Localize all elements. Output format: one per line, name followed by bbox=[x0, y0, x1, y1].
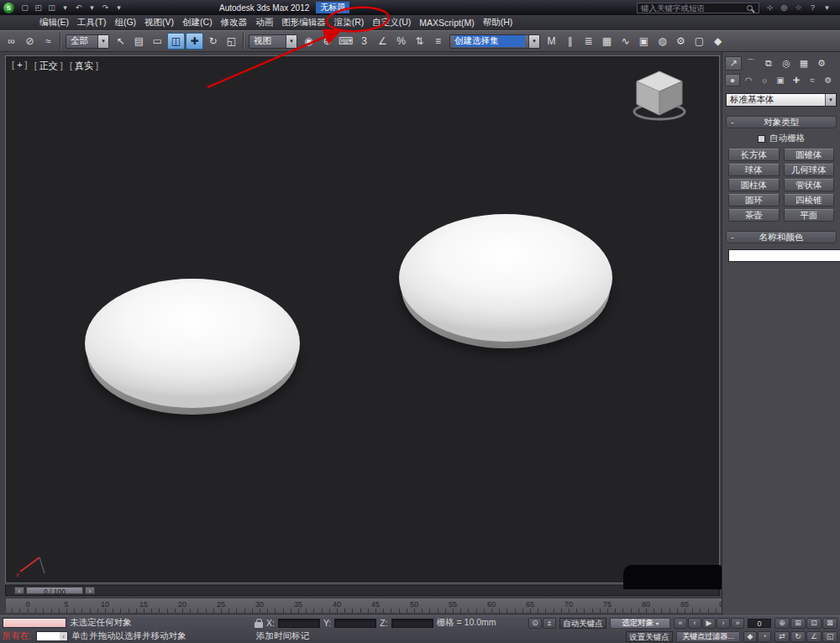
schematic-view-icon[interactable]: ▣ bbox=[635, 33, 653, 50]
menu-item-maxscript[interactable]: MAXScript(M) bbox=[415, 17, 478, 29]
sphere-object-left[interactable] bbox=[85, 279, 300, 408]
search-icon[interactable] bbox=[747, 5, 753, 11]
snap-toggle-3d-icon[interactable]: 3 bbox=[355, 33, 373, 50]
rollout-name-color[interactable]: - 名称和颜色 bbox=[726, 231, 837, 243]
select-and-scale-icon[interactable]: ◱ bbox=[223, 33, 240, 50]
menu-item-create[interactable]: 创建(C) bbox=[178, 16, 217, 29]
go-to-start-icon[interactable]: « bbox=[674, 618, 687, 629]
menu-item-group[interactable]: 组(G) bbox=[110, 16, 140, 29]
previous-frame-icon[interactable]: ‹ bbox=[688, 618, 701, 629]
viewport-menu-general[interactable]: + bbox=[12, 60, 28, 72]
zoom-icon[interactable]: ⊕ bbox=[774, 618, 790, 629]
category-helpers-icon[interactable]: ✚ bbox=[789, 74, 804, 86]
redo-menu-caret-icon[interactable]: ▾ bbox=[113, 2, 125, 13]
next-frame-icon[interactable]: › bbox=[717, 618, 730, 629]
tab-utilities-icon[interactable]: ⚙ bbox=[813, 56, 830, 71]
zoom-region-icon[interactable]: ⊠ bbox=[822, 618, 837, 629]
select-object-icon[interactable]: ↖ bbox=[112, 33, 129, 50]
time-configuration-icon[interactable]: ◔ bbox=[758, 631, 771, 642]
objtype-plane-button[interactable]: 平面 bbox=[784, 209, 835, 222]
autogrid-checkbox[interactable] bbox=[758, 135, 765, 143]
rendered-frame-icon[interactable]: ▢ bbox=[690, 33, 708, 50]
window-crossing-icon[interactable]: ◫ bbox=[167, 33, 185, 50]
communication-center-icon[interactable]: ◎ bbox=[778, 2, 790, 13]
sign-in-icon[interactable]: ⊹ bbox=[764, 2, 776, 13]
tab-hierarchy-icon[interactable]: ⧉ bbox=[760, 56, 777, 71]
current-frame-field[interactable]: 0 bbox=[748, 619, 771, 628]
isolate-selection-icon[interactable]: ⊙ bbox=[528, 618, 542, 629]
undo-menu-caret-icon[interactable]: ▾ bbox=[86, 2, 98, 13]
field-of-view-icon[interactable]: ∠ bbox=[806, 631, 822, 642]
menu-item-help[interactable]: 帮助(H) bbox=[479, 16, 517, 29]
time-forward-icon[interactable]: › bbox=[85, 587, 95, 594]
selection-filter-dropdown[interactable]: 全部 ▾ bbox=[66, 34, 109, 49]
objtype-cylinder-button[interactable]: 圆柱体 bbox=[728, 179, 780, 191]
select-and-rotate-icon[interactable]: ↻ bbox=[204, 33, 222, 50]
bind-to-space-warp-icon[interactable]: ≈ bbox=[39, 33, 57, 50]
select-and-manipulate-icon[interactable]: ⊕ bbox=[318, 33, 336, 50]
sphere-object-right[interactable] bbox=[399, 214, 612, 342]
y-coordinate-field[interactable] bbox=[334, 619, 376, 628]
undo-icon[interactable]: ↶ bbox=[72, 2, 85, 13]
category-systems-icon[interactable]: ⚙ bbox=[821, 74, 836, 86]
maximize-viewport-icon[interactable]: ◱ bbox=[822, 631, 837, 642]
align-icon[interactable]: ∥ bbox=[561, 33, 579, 50]
category-shapes-icon[interactable]: ◠ bbox=[741, 74, 756, 86]
keyboard-override-icon[interactable]: ⌨ bbox=[337, 33, 354, 50]
objtype-box-button[interactable]: 长方体 bbox=[728, 149, 780, 161]
select-by-name-icon[interactable]: ▤ bbox=[130, 33, 148, 50]
edit-named-selections-icon[interactable]: ≡ bbox=[429, 33, 447, 50]
rollout-object-type[interactable]: - 对象类型 bbox=[726, 116, 837, 128]
dropdown-caret-icon[interactable]: ▾ bbox=[825, 94, 836, 106]
dropdown-caret-icon[interactable]: ▾ bbox=[528, 35, 539, 48]
angle-snap-icon[interactable]: ∠ bbox=[374, 33, 391, 50]
listener-scroll-icon[interactable]: ‹ bbox=[60, 632, 67, 640]
help-icon[interactable]: ? bbox=[806, 2, 819, 13]
z-coordinate-field[interactable] bbox=[391, 619, 433, 628]
pan-view-icon[interactable]: ⇄ bbox=[774, 631, 790, 642]
set-keys-icon[interactable]: ◆ bbox=[743, 631, 757, 642]
menu-item-tools[interactable]: 工具(T) bbox=[73, 16, 110, 29]
material-editor-icon[interactable]: ◍ bbox=[654, 33, 671, 50]
auto-key-button[interactable]: 自动关键点 bbox=[559, 618, 606, 629]
rectangular-selection-icon[interactable]: ▭ bbox=[149, 33, 166, 50]
category-geometry-icon[interactable]: ● bbox=[725, 74, 740, 86]
objtype-torus-button[interactable]: 圆环 bbox=[728, 194, 780, 206]
help-menu-caret-icon[interactable]: ▾ bbox=[821, 2, 833, 13]
menu-item-graph-editors[interactable]: 图形编辑器 bbox=[277, 16, 330, 29]
favorites-star-icon[interactable]: ☆ bbox=[792, 2, 805, 13]
use-pivot-point-icon[interactable]: ◉ bbox=[300, 33, 318, 50]
menu-item-modifiers[interactable]: 修改器 bbox=[217, 16, 252, 29]
menu-item-views[interactable]: 视图(V) bbox=[140, 16, 178, 29]
save-menu-caret-icon[interactable]: ▾ bbox=[59, 2, 71, 13]
layer-manager-icon[interactable]: ≣ bbox=[580, 33, 597, 50]
zoom-all-icon[interactable]: ⊞ bbox=[790, 618, 806, 629]
objtype-geosphere-button[interactable]: 几何球体 bbox=[784, 164, 835, 176]
dropdown-caret-icon[interactable]: ▾ bbox=[286, 35, 297, 48]
selection-lock-icon[interactable] bbox=[255, 622, 263, 628]
menu-item-rendering[interactable]: 渲染(R) bbox=[330, 16, 369, 29]
category-cameras-icon[interactable]: ▣ bbox=[773, 74, 788, 86]
time-slider-handle[interactable]: 0 / 100 bbox=[26, 587, 83, 594]
time-slider[interactable]: ‹ 0 / 100 › bbox=[5, 585, 720, 596]
objtype-pyramid-button[interactable]: 四棱锥 bbox=[784, 194, 835, 206]
menu-item-customize[interactable]: 自定义(U) bbox=[368, 16, 415, 29]
objtype-sphere-button[interactable]: 球体 bbox=[728, 164, 780, 176]
named-selection-sets-dropdown[interactable]: 创建选择集 ▾ bbox=[449, 34, 540, 49]
track-bar[interactable]: 0510152025303540455055606570758085909510… bbox=[5, 598, 803, 614]
play-animation-icon[interactable]: ▶ bbox=[702, 618, 716, 629]
save-file-icon[interactable]: ◫ bbox=[45, 2, 58, 13]
category-dropdown[interactable]: 标准基本体 ▾ bbox=[726, 93, 837, 107]
curve-editor-icon[interactable]: ∿ bbox=[617, 33, 634, 50]
tab-display-icon[interactable]: ▦ bbox=[795, 56, 812, 71]
menu-item-edit[interactable]: 编辑(E) bbox=[35, 16, 73, 29]
viewport-menu-shading[interactable]: 真实 bbox=[70, 60, 98, 72]
percent-snap-icon[interactable]: % bbox=[392, 33, 410, 50]
add-time-tag[interactable]: 添加时间标记 bbox=[256, 630, 309, 642]
macro-recorder-field[interactable] bbox=[3, 618, 66, 628]
absolute-offset-toggle-icon[interactable]: ± bbox=[543, 618, 556, 629]
redo-icon[interactable]: ↷ bbox=[99, 2, 112, 13]
object-name-input[interactable] bbox=[728, 249, 840, 262]
viewport-menu-pov[interactable]: 正交 bbox=[34, 60, 63, 72]
tab-motion-icon[interactable]: ◎ bbox=[778, 56, 795, 71]
